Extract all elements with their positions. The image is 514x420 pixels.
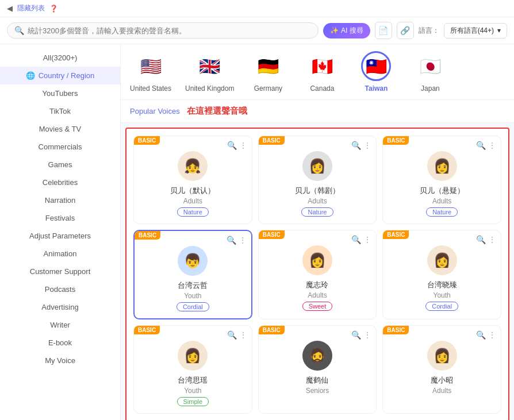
sidebar-item-podcasts[interactable]: Podcasts [0, 280, 120, 298]
flag-de: 🇩🇪 [253, 51, 283, 81]
country-item-ca[interactable]: 🇨🇦 Canada [302, 51, 342, 93]
ai-icon: ✨ [330, 26, 339, 34]
lang-select[interactable]: 所有語言(44+) ▾ [444, 23, 507, 38]
sidebar-myvoice-label: My Voice [45, 356, 75, 365]
more-icon-v7[interactable]: ⋮ [239, 330, 247, 340]
voice-card-icons-v4: 🔍 ⋮ [227, 236, 247, 245]
sidebar-item-country[interactable]: 🌐 Country / Region [0, 67, 120, 84]
more-icon-v3[interactable]: ⋮ [488, 141, 496, 150]
sidebar-country-label: Country / Region [39, 71, 95, 80]
voice-card-v1[interactable]: BASIC 🔍 ⋮ 👧 贝儿（默认） Adults Nature [133, 136, 252, 224]
voice-avatar-v9: 👩 [427, 341, 457, 371]
collapse-label[interactable]: 隱藏列表 [17, 3, 45, 13]
search-icon-v2[interactable]: 🔍 [351, 141, 361, 150]
voice-name-v4: 台湾云哲 [178, 280, 208, 291]
sidebar-item-movies[interactable]: Movies & TV [0, 120, 120, 138]
search-input[interactable] [28, 26, 311, 35]
voice-age-v2: Adults [308, 197, 327, 205]
voice-card-v4[interactable]: BASIC 🔍 ⋮ 👦 台湾云哲 Youth Cordial [133, 230, 252, 319]
more-icon-v9[interactable]: ⋮ [488, 330, 496, 340]
country-label-us: United States [130, 84, 171, 93]
help-icon[interactable]: ❓ [49, 5, 58, 13]
voice-card-v2[interactable]: BASIC 🔍 ⋮ 👩 贝儿（韩剧） Adults Nature [258, 136, 377, 224]
doc-icon-button[interactable]: 📄 [375, 22, 392, 39]
search-icon-v6[interactable]: 🔍 [476, 235, 486, 244]
sidebar-item-celebrities[interactable]: Celebrities [0, 174, 120, 191]
basic-badge-v4: BASIC [135, 231, 160, 240]
basic-badge-v9: BASIC [383, 326, 409, 334]
country-item-tw[interactable]: 🇹🇼 Taiwan [356, 51, 396, 93]
voice-tag-v6: Cordial [425, 302, 458, 311]
more-icon-v2[interactable]: ⋮ [363, 141, 371, 150]
country-label-de: Germany [254, 84, 282, 93]
voice-name-v5: 魔志玲 [306, 280, 328, 290]
sidebar-writer-label: Writer [50, 321, 70, 329]
globe-icon: 🌐 [26, 71, 35, 80]
voice-age-v9: Adults [432, 387, 451, 395]
sidebar-item-writer[interactable]: Writer [0, 316, 120, 334]
voice-card-v5[interactable]: BASIC 🔍 ⋮ 👩 魔志玲 Adults Sweet [258, 230, 377, 319]
search-bar: 🔍 ✨ AI 搜尋 📄 🔗 語言： 所有語言(44+) ▾ [0, 17, 514, 44]
search-icon-v3[interactable]: 🔍 [476, 141, 486, 150]
country-item-de[interactable]: 🇩🇪 Germany [248, 51, 288, 93]
sidebar-item-myvoice[interactable]: My Voice [0, 352, 120, 369]
more-icon-v6[interactable]: ⋮ [488, 235, 496, 244]
sidebar-item-commercials[interactable]: Commercials [0, 138, 120, 156]
search-icon-v1[interactable]: 🔍 [227, 141, 237, 150]
basic-badge-v2: BASIC [259, 136, 285, 145]
voice-tag-v7: Simple [177, 397, 209, 406]
basic-badge-v8: BASIC [259, 326, 285, 334]
voice-age-v5: Adults [308, 291, 327, 299]
ai-search-label: AI 搜尋 [341, 26, 363, 36]
voice-card-v6[interactable]: BASIC 🔍 ⋮ 👩 台湾晓臻 Youth Cordial [382, 230, 501, 319]
ai-search-button[interactable]: ✨ AI 搜尋 [323, 23, 370, 38]
voice-card-icons-v2: 🔍 ⋮ [351, 141, 371, 150]
voice-age-v4: Youth [184, 292, 201, 300]
sidebar-item-customer[interactable]: Customer Support [0, 263, 120, 280]
arrow-left-icon: ◀ [7, 4, 13, 13]
sidebar-festivals-label: Festivals [45, 214, 75, 222]
country-item-jp[interactable]: 🇯🇵 Japan [410, 51, 450, 93]
sidebar-item-narration[interactable]: Narration [0, 191, 120, 209]
voice-card-v9[interactable]: BASIC 🔍 ⋮ 👩 魔小昭 Adults [382, 325, 501, 414]
search-icon-v7[interactable]: 🔍 [227, 330, 237, 340]
sidebar-all-label: All(3200+) [43, 53, 78, 62]
sidebar-commercials-label: Commercials [39, 142, 82, 151]
link-icon-button[interactable]: 🔗 [397, 22, 414, 39]
country-item-uk[interactable]: 🇬🇧 United Kingdom [185, 51, 234, 93]
voice-card-icons-v1: 🔍 ⋮ [227, 141, 247, 150]
sidebar-item-festivals[interactable]: Festivals [0, 209, 120, 227]
lang-value: 所有語言(44+) [450, 26, 494, 36]
chevron-down-icon: ▾ [497, 26, 501, 34]
search-icon-v4[interactable]: 🔍 [227, 236, 236, 245]
sidebar-item-animation[interactable]: Animation [0, 245, 120, 263]
basic-badge-v5: BASIC [259, 230, 285, 239]
voice-age-v7: Youth [184, 387, 201, 395]
sidebar-item-tiktok[interactable]: TikTok [0, 102, 120, 120]
basic-badge-v3: BASIC [383, 136, 409, 145]
country-item-us[interactable]: 🇺🇸 United States [130, 51, 171, 93]
flag-tw: 🇹🇼 [361, 51, 391, 81]
voice-card-icons-v8: 🔍 ⋮ [351, 330, 371, 340]
voice-tag-v5: Sweet [302, 302, 333, 311]
voice-card-v8[interactable]: BASIC 🔍 ⋮ 🧔 魔鹤仙 Seniors [258, 325, 377, 414]
voice-card-v3[interactable]: BASIC 🔍 ⋮ 👩 贝儿（悬疑） Adults Nature [382, 136, 501, 224]
more-icon-v8[interactable]: ⋮ [363, 330, 371, 340]
sidebar-item-games[interactable]: Games [0, 156, 120, 174]
voice-card-v7[interactable]: BASIC 🔍 ⋮ 👩 台湾思瑶 Youth Simple [133, 325, 252, 414]
more-icon-v5[interactable]: ⋮ [363, 235, 371, 244]
voice-name-v2: 贝儿（韩剧） [295, 186, 340, 196]
sidebar-item-all[interactable]: All(3200+) [0, 49, 120, 67]
sidebar-item-advertising[interactable]: Advertising [0, 298, 120, 316]
voice-name-v3: 贝儿（悬疑） [420, 186, 465, 196]
sidebar-item-ebook[interactable]: E-book [0, 334, 120, 352]
search-icon-v5[interactable]: 🔍 [351, 235, 361, 244]
sidebar-item-adjust[interactable]: Adjust Parameters [0, 227, 120, 245]
sidebar-item-youtubers[interactable]: YouTubers [0, 84, 120, 102]
flag-ca: 🇨🇦 [307, 51, 337, 81]
search-icon-v9[interactable]: 🔍 [476, 330, 486, 340]
more-icon-v4[interactable]: ⋮ [239, 236, 247, 245]
search-icon-v8[interactable]: 🔍 [351, 330, 361, 340]
basic-badge-v1: BASIC [134, 136, 160, 145]
more-icon-v1[interactable]: ⋮ [239, 141, 247, 150]
